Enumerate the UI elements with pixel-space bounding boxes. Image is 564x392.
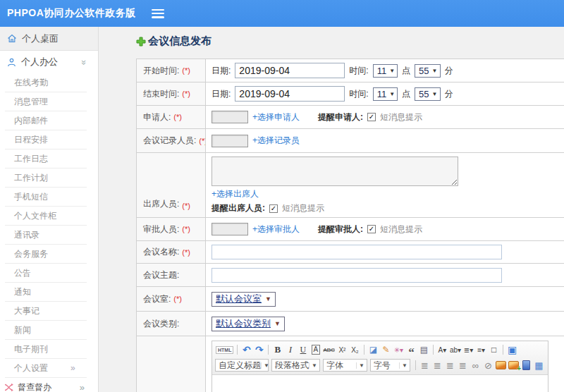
html-source-button[interactable]: HTML (215, 343, 234, 356)
align-left-icon[interactable]: ≣ (419, 359, 431, 372)
redo-icon[interactable]: ↷ (253, 343, 265, 356)
sidebar-item-announcement[interactable]: 公告 (0, 264, 98, 283)
recorder-input[interactable] (212, 135, 248, 147)
superscript-icon[interactable]: X² (336, 343, 348, 356)
underline-icon[interactable]: U (297, 343, 309, 356)
sidebar-item-notice[interactable]: 通知 (0, 283, 98, 302)
form-row-editor: HTML ↶ ↷ B I U A ABC X² (137, 336, 564, 392)
custom-title-select[interactable]: 自定义标题▼ (215, 359, 269, 372)
sidebar-item-sms[interactable]: 手机短信 (0, 188, 98, 207)
ordered-list-icon[interactable]: ≣▾ (462, 343, 474, 356)
choose-applicant-link[interactable]: +选择申请人 (252, 111, 300, 123)
minute-unit: 分 (445, 65, 453, 77)
align-justify-icon[interactable]: ≣ (457, 359, 469, 372)
field-label: 会议名称:(*) (137, 241, 206, 263)
undo-icon[interactable]: ↶ (240, 343, 252, 356)
end-date-input[interactable] (235, 86, 345, 102)
media-icon[interactable] (520, 359, 532, 372)
paste-text-icon[interactable]: ▤ (418, 343, 430, 356)
sidebar-item-supervise[interactable]: 督查督办 » (0, 378, 98, 392)
sidebar-item-events[interactable]: 大事记 (0, 302, 98, 321)
end-minute-select[interactable]: 55▼ (415, 87, 440, 101)
choose-approver-link[interactable]: +选择审批人 (252, 223, 300, 235)
sms-hint-label: 短消息提示 (380, 111, 422, 123)
image-icon[interactable] (495, 359, 507, 372)
sidebar-item-personal-settings[interactable]: 个人设置» (0, 359, 98, 378)
field-label: 开始时间:(*) (137, 59, 206, 82)
fullscreen-icon[interactable]: ▣ (506, 343, 518, 356)
sidebar-item-news[interactable]: 新闻 (0, 321, 98, 340)
meeting-topic-input[interactable] (212, 268, 502, 283)
sidebar-item-personal-office[interactable]: 个人办公 » (0, 51, 98, 73)
meeting-category-select[interactable]: 默认会议类别▼ (212, 317, 285, 331)
chevron-down-icon: » (80, 59, 89, 64)
attendees-sms-checkbox[interactable]: ✓ (269, 204, 278, 213)
required-mark: (*) (173, 295, 182, 303)
subscript-icon[interactable]: X₂ (349, 343, 361, 356)
end-hour-select[interactable]: 11▼ (373, 87, 398, 101)
highlight-icon[interactable]: ab▾ (449, 343, 462, 356)
field-label: 会议主题: (137, 264, 206, 286)
sidebar-item-contacts[interactable]: 通讯录 (0, 226, 98, 245)
field-label: 申请人:(*) (137, 106, 206, 128)
choose-recorder-link[interactable]: +选择记录员 (252, 135, 300, 147)
sidebar-item-messages[interactable]: 消息管理 (0, 92, 98, 111)
menu-icon[interactable] (152, 9, 164, 18)
caret-down-icon: ▼ (432, 68, 438, 74)
bold-icon[interactable]: B (271, 343, 283, 356)
applicant-sms-checkbox[interactable]: ✓ (367, 113, 376, 121)
sidebar-item-schedule[interactable]: 日程安排 (0, 130, 98, 149)
format-brush-icon[interactable]: ✎ (380, 343, 392, 356)
time-label: 时间: (349, 88, 368, 100)
home-icon (7, 34, 17, 43)
sidebar-item-work-plan[interactable]: 工作计划 (0, 169, 98, 188)
auto-format-icon[interactable]: ✳▾ (393, 343, 405, 356)
font-family-select[interactable]: 字体▼ (323, 359, 367, 372)
table-icon[interactable]: ▦ (533, 359, 545, 372)
strikethrough-icon[interactable]: ABC (322, 343, 335, 356)
sidebar-item-label: 个人办公 (21, 56, 58, 68)
unordered-list-icon[interactable]: ≡▾ (475, 343, 487, 356)
remind-applicant-label: 提醒申请人: (318, 111, 363, 123)
time-label: 时间: (349, 65, 368, 77)
start-date-input[interactable] (235, 63, 345, 78)
attendees-textarea[interactable] (212, 157, 458, 186)
blockquote-icon[interactable]: “ (405, 343, 417, 356)
chevron-right-icon: » (80, 383, 85, 392)
remind-attendees-label: 提醒出席人员: (212, 202, 265, 214)
sidebar-item-meeting-service[interactable]: 会务服务 (0, 245, 98, 264)
sidebar-item-attendance[interactable]: 在线考勤 (0, 73, 98, 92)
sidebar-item-file-cabinet[interactable]: 个人文件柜 (0, 207, 98, 226)
field-label (137, 336, 206, 392)
sidebar-item-e-journal[interactable]: 电子期刊 (0, 340, 98, 359)
paragraph-format-select[interactable]: 段落格式▼ (271, 359, 320, 372)
approver-input[interactable] (212, 223, 248, 235)
editor-content-area[interactable] (212, 375, 548, 392)
sidebar-item-internal-mail[interactable]: 内部邮件 (0, 111, 98, 130)
link-icon[interactable]: ∞ (470, 359, 482, 372)
required-mark: (*) (182, 90, 190, 98)
add-icon (136, 37, 146, 47)
meeting-name-input[interactable] (212, 245, 502, 259)
choose-attendee-link[interactable]: +选择出席人 (212, 188, 259, 200)
font-size-select[interactable]: 字号▼ (370, 359, 410, 372)
app-window: PHPOA协同办公软件政务版 个人桌面 个人办公 » 在线考勤 消息管理 内部邮… (0, 0, 564, 392)
sidebar-item-work-log[interactable]: 工作日志 (0, 149, 98, 169)
align-right-icon[interactable]: ≣ (444, 359, 456, 372)
image-add-icon[interactable] (508, 359, 520, 372)
start-minute-select[interactable]: 55▼ (415, 64, 440, 78)
sidebar-item-label: 个人桌面 (22, 32, 59, 45)
caret-down-icon: ▼ (399, 362, 407, 369)
approver-sms-checkbox[interactable]: ✓ (367, 225, 376, 233)
sidebar-item-desktop[interactable]: 个人桌面 (0, 27, 98, 51)
start-hour-select[interactable]: 11▼ (373, 64, 398, 78)
applicant-input[interactable] (212, 111, 248, 123)
meeting-room-select[interactable]: 默认会议室▼ (212, 292, 276, 307)
font-box-icon[interactable]: A (309, 343, 321, 356)
align-center-icon[interactable]: ≣ (431, 359, 443, 372)
italic-icon[interactable]: I (284, 343, 296, 356)
new-page-icon[interactable]: □ (488, 343, 500, 356)
eraser-icon[interactable]: ◪ (367, 343, 379, 356)
font-color-icon[interactable]: A▾ (436, 343, 448, 356)
unlink-icon[interactable]: ⊘ (482, 359, 494, 372)
